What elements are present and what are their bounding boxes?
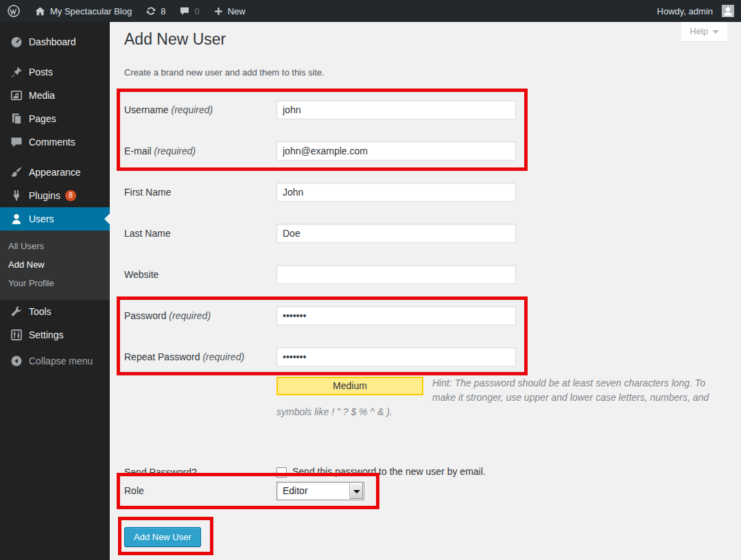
user-icon — [10, 212, 23, 226]
role-select[interactable]: Editor — [277, 482, 364, 500]
sidebar-item-label: Posts — [29, 67, 53, 78]
new-content-button[interactable]: New — [207, 0, 252, 22]
sidebar-item-pages[interactable]: Pages — [0, 107, 110, 130]
add-new-user-button[interactable]: Add New User — [124, 527, 201, 547]
sidebar-item-label: Tools — [29, 306, 51, 317]
sidebar-item-label: Plugins — [29, 190, 60, 201]
sidebar-item-label: Pages — [29, 113, 56, 124]
sidebar-item-appearance[interactable]: Appearance — [0, 161, 110, 184]
sidebar-item-label: Appearance — [29, 167, 81, 178]
page-title: Add New User — [124, 30, 226, 49]
new-label: New — [228, 6, 246, 16]
username-input[interactable] — [277, 100, 516, 119]
comment-count: 0 — [194, 6, 199, 16]
collapse-menu-label: Collapse menu — [29, 355, 93, 366]
dropdown-arrow-icon — [349, 483, 363, 499]
admin-menu: Dashboard Posts Media Pag — [0, 22, 110, 373]
site-name-label: My Spectacular Blog — [50, 6, 132, 16]
collapse-arrow-icon — [10, 354, 23, 368]
sidebar-item-label: Dashboard — [29, 36, 76, 47]
sidebar-item-settings[interactable]: Settings — [0, 323, 110, 347]
email-label: E-mail (required) — [124, 141, 272, 161]
avatar — [722, 5, 734, 17]
dashboard-icon — [10, 35, 23, 49]
howdy-label: Howdy, admin — [657, 6, 713, 16]
plus-icon — [213, 6, 224, 16]
user-avatar-icon — [722, 5, 734, 17]
first-name-label: First Name — [124, 183, 272, 202]
collapse-menu-button[interactable]: Collapse menu — [0, 349, 110, 373]
wordpress-logo-icon[interactable] — [0, 0, 27, 22]
password-label: Password (required) — [124, 306, 272, 325]
wrench-icon — [10, 305, 23, 318]
admin-bar-left: My Spectacular Blog 8 0 New — [0, 0, 252, 22]
submenu-item-all-users[interactable]: All Users — [0, 237, 110, 255]
repeat-password-label: Repeat Password (required) — [124, 347, 272, 366]
active-menu-arrow — [104, 213, 110, 224]
send-password-checkbox-label: Send this password to the new user by em… — [292, 466, 486, 477]
sidebar-item-label: Settings — [29, 329, 64, 340]
required-note: (required) — [202, 351, 244, 362]
email-input[interactable] — [277, 141, 516, 161]
help-button[interactable]: Help — [681, 22, 727, 41]
sidebar-item-users[interactable]: Users — [0, 207, 110, 231]
password-strength-meter: Medium — [277, 377, 423, 395]
admin-bar-right: Howdy, admin — [650, 0, 741, 22]
wordpress-logo-icon — [7, 4, 21, 18]
send-password-checkbox[interactable] — [277, 467, 287, 478]
pages-icon — [10, 112, 23, 126]
sidebar-item-comments[interactable]: Comments — [0, 130, 110, 154]
users-submenu: All Users Add New Your Profile — [0, 231, 110, 300]
required-note: (required) — [171, 104, 213, 115]
last-name-input[interactable] — [277, 224, 516, 243]
sidebar-item-posts[interactable]: Posts — [0, 60, 110, 84]
sidebar-item-label: Media — [29, 90, 55, 101]
required-note: (required) — [154, 145, 196, 156]
password-input[interactable] — [277, 306, 516, 325]
home-icon — [34, 5, 46, 17]
page-subtitle: Create a brand new user and add them to … — [124, 67, 325, 78]
send-password-label: Send Password? — [124, 464, 272, 480]
submenu-item-add-new[interactable]: Add New — [0, 255, 110, 274]
username-label: Username (required) — [124, 100, 272, 119]
main-content: Help Add New User Create a brand new use… — [110, 22, 741, 560]
website-input[interactable] — [277, 265, 516, 284]
plugins-update-badge: 8 — [65, 190, 76, 201]
role-selected-value: Editor — [283, 485, 308, 496]
required-note: (required) — [169, 310, 211, 321]
sidebar-item-tools[interactable]: Tools — [0, 300, 110, 323]
plugin-icon — [10, 189, 23, 202]
sidebar-item-label: Comments — [29, 137, 75, 148]
username-label-text: Username — [124, 104, 169, 115]
media-icon — [10, 89, 23, 102]
updates-icon — [145, 5, 156, 16]
comments-link[interactable]: 0 — [172, 0, 206, 22]
email-label-text: E-mail — [124, 145, 152, 156]
admin-bar: My Spectacular Blog 8 0 New — [0, 0, 741, 22]
sidebar-item-media[interactable]: Media — [0, 84, 110, 107]
sidebar-item-plugins[interactable]: Plugins 8 — [0, 184, 110, 207]
settings-sliders-icon — [10, 328, 23, 342]
paintbrush-icon — [10, 165, 23, 179]
password-hint-block: Medium Hint: The password should be at l… — [277, 376, 716, 419]
wordpress-admin-screen: My Spectacular Blog 8 0 New — [0, 0, 741, 560]
repeat-password-label-text: Repeat Password — [124, 351, 200, 362]
password-label-text: Password — [124, 310, 166, 321]
site-name-link[interactable]: My Spectacular Blog — [27, 0, 139, 22]
sidebar-item-dashboard[interactable]: Dashboard — [0, 30, 110, 54]
first-name-input[interactable] — [277, 183, 516, 202]
updates-link[interactable]: 8 — [139, 0, 172, 22]
submenu-item-your-profile[interactable]: Your Profile — [0, 274, 110, 292]
account-menu[interactable]: Howdy, admin — [650, 0, 741, 22]
comment-bubble-icon — [10, 135, 23, 149]
repeat-password-input[interactable] — [277, 347, 516, 366]
update-count: 8 — [161, 6, 165, 16]
last-name-label: Last Name — [124, 224, 272, 243]
admin-sidebar: Dashboard Posts Media Pag — [0, 22, 110, 560]
help-label: Help — [690, 26, 708, 36]
chevron-down-icon — [712, 30, 719, 34]
website-label: Website — [124, 265, 272, 284]
role-label: Role — [124, 482, 272, 500]
comment-bubble-icon — [179, 5, 190, 16]
sidebar-item-label: Users — [29, 213, 54, 224]
